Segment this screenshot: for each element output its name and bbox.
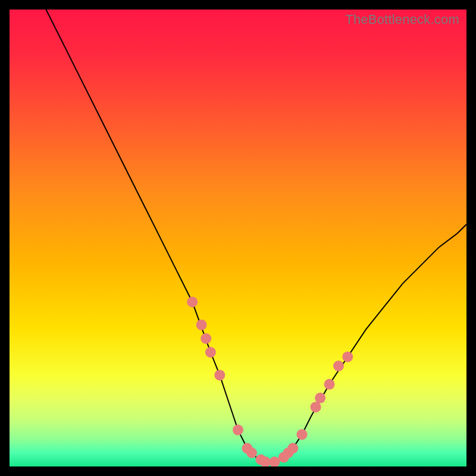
highlight-dot: [324, 379, 335, 390]
highlight-dot: [214, 369, 225, 380]
highlight-dot: [297, 429, 308, 440]
chart-frame: TheBottleneck.com: [10, 10, 466, 466]
highlight-dot: [246, 447, 257, 458]
highlight-dot: [201, 333, 211, 344]
highlight-dot: [205, 347, 216, 358]
highlight-dot: [315, 393, 325, 403]
highlight-dot: [342, 352, 353, 362]
attribution-label: TheBottleneck.com: [345, 12, 459, 27]
highlight-dot: [287, 443, 298, 453]
highlight-dot: [333, 361, 344, 371]
gradient-background: [10, 10, 466, 466]
highlight-dot: [233, 425, 243, 436]
highlight-dot: [196, 320, 207, 330]
highlight-dot: [311, 402, 321, 412]
bottleneck-chart: [10, 10, 466, 466]
highlight-dot: [187, 297, 198, 308]
